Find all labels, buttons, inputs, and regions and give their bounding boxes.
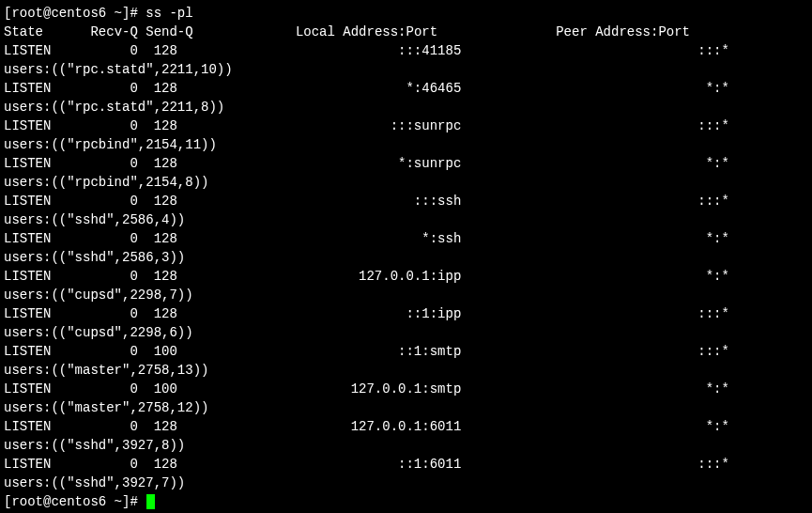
table-row: LISTEN 0 128 ::1:6011 :::*: [4, 457, 729, 472]
header-recvq: Recv-Q: [90, 24, 137, 39]
header-sendq: Send-Q: [146, 24, 192, 39]
users-line: users:(("rpc.statd",2211,8)): [4, 100, 224, 115]
cursor-icon: [146, 494, 155, 509]
header-peer: Peer Address:Port: [556, 24, 690, 39]
header-row: State Recv-Q Send-Q Local Address:Port P…: [4, 24, 690, 39]
table-row: LISTEN 0 128 127.0.0.1:6011 *:*: [4, 419, 729, 434]
table-row: LISTEN 0 128 :::ssh :::*: [4, 194, 729, 209]
table-row: LISTEN 0 100 ::1:smtp :::*: [4, 344, 729, 359]
users-line: users:(("sshd",3927,8)): [4, 438, 185, 453]
prompt-prefix: [root@centos6 ~]#: [4, 6, 146, 21]
users-line: users:(("master",2758,13)): [4, 363, 208, 378]
terminal[interactable]: [root@centos6 ~]# ss -pl State Recv-Q Se…: [4, 4, 808, 511]
prompt-line-1: [root@centos6 ~]# ss -pl: [4, 6, 193, 21]
table-row: LISTEN 0 128 *:46465 *:*: [4, 81, 729, 96]
command: ss -pl: [146, 6, 192, 21]
prompt-line-2: [root@centos6 ~]#: [4, 494, 155, 509]
users-line: users:(("rpcbind",2154,8)): [4, 175, 208, 190]
users-line: users:(("rpc.statd",2211,10)): [4, 62, 233, 77]
table-row: LISTEN 0 128 :::41185 :::*: [4, 43, 729, 58]
table-row: LISTEN 0 128 *:sunrpc *:*: [4, 156, 729, 171]
header-state: State: [4, 24, 43, 39]
table-row: LISTEN 0 100 127.0.0.1:smtp *:*: [4, 381, 729, 396]
users-line: users:(("master",2758,12)): [4, 400, 208, 415]
users-line: users:(("sshd",3927,7)): [4, 475, 185, 490]
table-row: LISTEN 0 128 *:ssh *:*: [4, 231, 729, 246]
users-line: users:(("cupsd",2298,6)): [4, 325, 193, 340]
users-line: users:(("sshd",2586,3)): [4, 250, 185, 265]
users-line: users:(("sshd",2586,4)): [4, 212, 185, 227]
users-line: users:(("rpcbind",2154,11)): [4, 137, 217, 152]
users-line: users:(("cupsd",2298,7)): [4, 288, 193, 303]
table-row: LISTEN 0 128 ::1:ipp :::*: [4, 306, 729, 321]
table-row: LISTEN 0 128 :::sunrpc :::*: [4, 118, 729, 133]
header-local: Local Address:Port: [296, 24, 437, 39]
prompt-prefix: [root@centos6 ~]#: [4, 494, 146, 509]
table-row: LISTEN 0 128 127.0.0.1:ipp *:*: [4, 269, 729, 284]
